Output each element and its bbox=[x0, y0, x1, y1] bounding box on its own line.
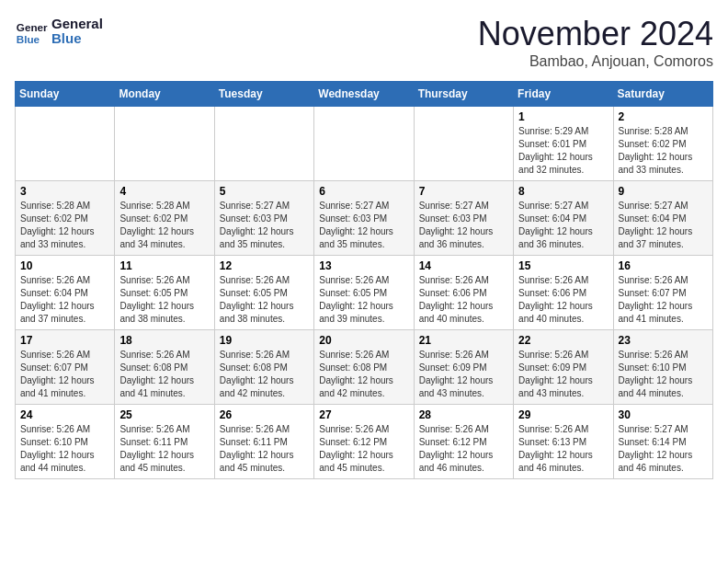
day-info: Sunrise: 5:26 AM Sunset: 6:05 PM Dayligh… bbox=[119, 274, 209, 326]
day-info: Sunrise: 5:26 AM Sunset: 6:07 PM Dayligh… bbox=[20, 349, 109, 400]
day-info: Sunrise: 5:26 AM Sunset: 6:06 PM Dayligh… bbox=[419, 274, 508, 326]
day-info: Sunrise: 5:26 AM Sunset: 6:08 PM Dayligh… bbox=[220, 349, 309, 400]
calendar-cell: 6Sunrise: 5:27 AM Sunset: 6:03 PM Daylig… bbox=[314, 181, 414, 256]
calendar-cell: 8Sunrise: 5:27 AM Sunset: 6:04 PM Daylig… bbox=[514, 181, 613, 256]
day-info: Sunrise: 5:26 AM Sunset: 6:12 PM Dayligh… bbox=[419, 423, 508, 475]
location-title: Bambao, Anjouan, Comoros bbox=[478, 53, 713, 70]
calendar-cell: 5Sunrise: 5:27 AM Sunset: 6:03 PM Daylig… bbox=[214, 181, 313, 256]
svg-text:Blue: Blue bbox=[17, 33, 40, 45]
day-info: Sunrise: 5:26 AM Sunset: 6:11 PM Dayligh… bbox=[119, 423, 209, 475]
calendar-table: SundayMondayTuesdayWednesdayThursdayFrid… bbox=[15, 81, 713, 479]
day-number: 27 bbox=[319, 408, 408, 421]
calendar-cell: 26Sunrise: 5:26 AM Sunset: 6:11 PM Dayli… bbox=[214, 405, 313, 479]
calendar-cell: 15Sunrise: 5:26 AM Sunset: 6:06 PM Dayli… bbox=[514, 256, 613, 330]
day-number: 23 bbox=[619, 334, 708, 347]
day-number: 10 bbox=[20, 259, 109, 272]
day-number: 25 bbox=[119, 408, 209, 421]
calendar-cell bbox=[115, 107, 214, 181]
calendar-cell: 12Sunrise: 5:26 AM Sunset: 6:05 PM Dayli… bbox=[214, 256, 313, 330]
weekday-header: Sunday bbox=[16, 82, 115, 107]
calendar-week-row: 1Sunrise: 5:29 AM Sunset: 6:01 PM Daylig… bbox=[16, 107, 713, 181]
calendar-header-row: SundayMondayTuesdayWednesdayThursdayFrid… bbox=[16, 82, 713, 107]
calendar-week-row: 10Sunrise: 5:26 AM Sunset: 6:04 PM Dayli… bbox=[16, 256, 713, 330]
day-info: Sunrise: 5:29 AM Sunset: 6:01 PM Dayligh… bbox=[518, 125, 608, 177]
day-number: 8 bbox=[518, 185, 608, 198]
calendar-cell bbox=[414, 107, 513, 181]
day-number: 12 bbox=[220, 259, 309, 272]
calendar-cell: 29Sunrise: 5:26 AM Sunset: 6:13 PM Dayli… bbox=[514, 405, 613, 479]
weekday-header: Monday bbox=[115, 82, 214, 107]
day-info: Sunrise: 5:27 AM Sunset: 6:14 PM Dayligh… bbox=[619, 423, 708, 475]
day-info: Sunrise: 5:26 AM Sunset: 6:12 PM Dayligh… bbox=[319, 423, 408, 475]
title-block: November 2024 Bambao, Anjouan, Comoros bbox=[478, 15, 713, 70]
day-info: Sunrise: 5:27 AM Sunset: 6:03 PM Dayligh… bbox=[319, 200, 408, 251]
day-info: Sunrise: 5:27 AM Sunset: 6:04 PM Dayligh… bbox=[518, 200, 608, 251]
calendar-cell: 2Sunrise: 5:28 AM Sunset: 6:02 PM Daylig… bbox=[613, 107, 712, 181]
calendar-cell: 19Sunrise: 5:26 AM Sunset: 6:08 PM Dayli… bbox=[214, 330, 313, 405]
day-number: 19 bbox=[220, 334, 309, 347]
calendar-cell: 3Sunrise: 5:28 AM Sunset: 6:02 PM Daylig… bbox=[16, 181, 115, 256]
calendar-week-row: 24Sunrise: 5:26 AM Sunset: 6:10 PM Dayli… bbox=[16, 405, 713, 479]
day-number: 7 bbox=[419, 185, 508, 198]
logo-text-line2: Blue bbox=[51, 31, 103, 47]
svg-text:General: General bbox=[17, 21, 48, 33]
day-number: 13 bbox=[319, 259, 408, 272]
day-number: 26 bbox=[220, 408, 309, 421]
day-info: Sunrise: 5:27 AM Sunset: 6:03 PM Dayligh… bbox=[220, 200, 309, 251]
calendar-cell: 25Sunrise: 5:26 AM Sunset: 6:11 PM Dayli… bbox=[115, 405, 214, 479]
day-info: Sunrise: 5:26 AM Sunset: 6:08 PM Dayligh… bbox=[119, 349, 209, 400]
day-info: Sunrise: 5:26 AM Sunset: 6:04 PM Dayligh… bbox=[20, 274, 109, 326]
day-number: 11 bbox=[119, 259, 209, 272]
day-number: 2 bbox=[619, 110, 708, 123]
day-number: 22 bbox=[518, 334, 608, 347]
calendar-cell: 27Sunrise: 5:26 AM Sunset: 6:12 PM Dayli… bbox=[314, 405, 414, 479]
day-number: 16 bbox=[619, 259, 708, 272]
calendar-cell: 22Sunrise: 5:26 AM Sunset: 6:09 PM Dayli… bbox=[514, 330, 613, 405]
day-info: Sunrise: 5:26 AM Sunset: 6:13 PM Dayligh… bbox=[518, 423, 608, 475]
day-info: Sunrise: 5:26 AM Sunset: 6:11 PM Dayligh… bbox=[220, 423, 309, 475]
day-number: 17 bbox=[20, 334, 109, 347]
calendar-cell bbox=[214, 107, 313, 181]
logo-icon: General Blue bbox=[15, 15, 48, 48]
day-number: 20 bbox=[319, 334, 408, 347]
day-info: Sunrise: 5:26 AM Sunset: 6:08 PM Dayligh… bbox=[319, 349, 408, 400]
day-number: 30 bbox=[619, 408, 708, 421]
day-info: Sunrise: 5:28 AM Sunset: 6:02 PM Dayligh… bbox=[619, 125, 708, 177]
day-number: 29 bbox=[518, 408, 608, 421]
calendar-week-row: 3Sunrise: 5:28 AM Sunset: 6:02 PM Daylig… bbox=[16, 181, 713, 256]
weekday-header: Friday bbox=[514, 82, 613, 107]
calendar-header: SundayMondayTuesdayWednesdayThursdayFrid… bbox=[16, 82, 713, 107]
day-info: Sunrise: 5:27 AM Sunset: 6:03 PM Dayligh… bbox=[419, 200, 508, 251]
logo-text-line1: General bbox=[51, 17, 103, 32]
day-number: 21 bbox=[419, 334, 508, 347]
day-info: Sunrise: 5:26 AM Sunset: 6:07 PM Dayligh… bbox=[619, 274, 708, 326]
day-info: Sunrise: 5:26 AM Sunset: 6:10 PM Dayligh… bbox=[619, 349, 708, 400]
day-info: Sunrise: 5:26 AM Sunset: 6:06 PM Dayligh… bbox=[518, 274, 608, 326]
calendar-cell: 1Sunrise: 5:29 AM Sunset: 6:01 PM Daylig… bbox=[514, 107, 613, 181]
weekday-header: Thursday bbox=[414, 82, 513, 107]
day-info: Sunrise: 5:28 AM Sunset: 6:02 PM Dayligh… bbox=[20, 200, 109, 251]
page-header: General Blue General Blue November 2024 … bbox=[15, 15, 713, 70]
day-number: 28 bbox=[419, 408, 508, 421]
day-number: 9 bbox=[619, 185, 708, 198]
calendar-cell: 21Sunrise: 5:26 AM Sunset: 6:09 PM Dayli… bbox=[414, 330, 513, 405]
day-number: 18 bbox=[119, 334, 209, 347]
day-info: Sunrise: 5:26 AM Sunset: 6:05 PM Dayligh… bbox=[220, 274, 309, 326]
calendar-cell: 16Sunrise: 5:26 AM Sunset: 6:07 PM Dayli… bbox=[613, 256, 712, 330]
day-number: 24 bbox=[20, 408, 109, 421]
calendar-cell bbox=[16, 107, 115, 181]
day-info: Sunrise: 5:26 AM Sunset: 6:09 PM Dayligh… bbox=[419, 349, 508, 400]
day-info: Sunrise: 5:26 AM Sunset: 6:05 PM Dayligh… bbox=[319, 274, 408, 326]
calendar-cell: 11Sunrise: 5:26 AM Sunset: 6:05 PM Dayli… bbox=[115, 256, 214, 330]
calendar-cell: 24Sunrise: 5:26 AM Sunset: 6:10 PM Dayli… bbox=[16, 405, 115, 479]
month-title: November 2024 bbox=[478, 15, 713, 53]
calendar-body: 1Sunrise: 5:29 AM Sunset: 6:01 PM Daylig… bbox=[16, 107, 713, 479]
day-number: 5 bbox=[220, 185, 309, 198]
calendar-cell: 23Sunrise: 5:26 AM Sunset: 6:10 PM Dayli… bbox=[613, 330, 712, 405]
day-number: 4 bbox=[119, 185, 209, 198]
day-number: 15 bbox=[518, 259, 608, 272]
calendar-cell: 30Sunrise: 5:27 AM Sunset: 6:14 PM Dayli… bbox=[613, 405, 712, 479]
day-info: Sunrise: 5:26 AM Sunset: 6:10 PM Dayligh… bbox=[20, 423, 109, 475]
day-number: 6 bbox=[319, 185, 408, 198]
calendar-cell: 17Sunrise: 5:26 AM Sunset: 6:07 PM Dayli… bbox=[16, 330, 115, 405]
